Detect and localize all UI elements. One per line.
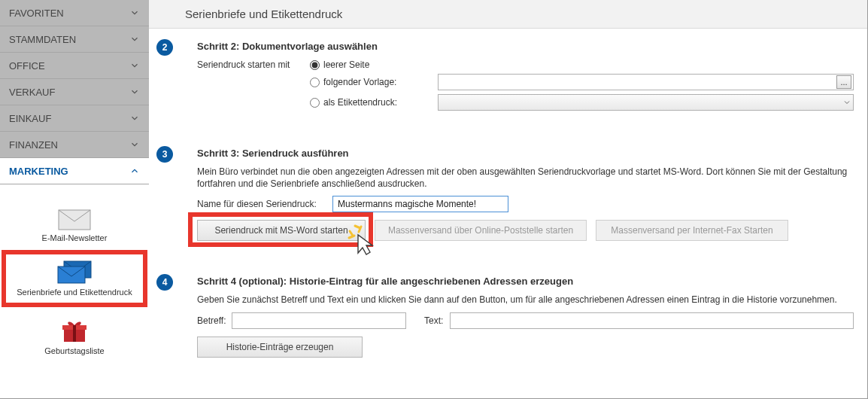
radio-labelprint-label: als Etikettendruck: — [323, 97, 397, 108]
sidebar-group-office[interactable]: OFFICE — [0, 53, 149, 79]
seriendruck-name-input[interactable] — [332, 196, 508, 212]
sidebar-group-marketing[interactable]: MARKETING — [0, 158, 149, 184]
sidebar-group-label: STAMMDATEN — [9, 34, 76, 45]
app-root: FAVORITEN STAMMDATEN OFFICE VERKAUF EINK… — [0, 0, 868, 399]
radio-blank-page-label: leerer Seite — [323, 59, 369, 70]
sidebar-marketing-panel: E-Mail-Newsletter Serienbriefe und Etike… — [0, 184, 149, 398]
radio-template-label: folgender Vorlage: — [323, 77, 396, 87]
sidebar: FAVORITEN STAMMDATEN OFFICE VERKAUF EINK… — [0, 0, 149, 398]
sidebar-group-verkauf[interactable]: VERKAUF — [0, 79, 149, 105]
step-2-lead-label: Seriendruck starten mit — [197, 59, 310, 70]
sidebar-group-label: MARKETING — [9, 166, 68, 177]
betreff-label: Betreff: — [197, 315, 232, 326]
text-input[interactable] — [450, 312, 854, 329]
step-3: 3 Schritt 3: Seriendruck ausführen Mein … — [171, 136, 867, 248]
step-badge-2: 2 — [156, 39, 173, 56]
radio-blank-page[interactable]: leerer Seite — [310, 59, 369, 70]
sidebar-group-einkauf[interactable]: EINKAUF — [0, 105, 149, 132]
svg-rect-5 — [73, 325, 76, 342]
step-4: 4 Schritt 4 (optional): Historie-Eintrag… — [171, 263, 867, 365]
text-label: Text: — [424, 315, 450, 326]
sidebar-group-label: FINANZEN — [9, 139, 58, 151]
step-2: 2 Schritt 2: Dokumentvorlage auswählen S… — [171, 29, 867, 122]
start-online-poststelle-button[interactable]: Massenversand über Online-Poststelle sta… — [375, 220, 587, 241]
tile-serienbriefe[interactable]: Serienbriefe und Etikettendruck — [0, 254, 149, 303]
tile-email-newsletter[interactable]: E-Mail-Newsletter — [0, 203, 149, 248]
step-3-button-row: Seriendruck mit MS-Word starten Massenve — [197, 220, 854, 241]
chevron-up-icon — [129, 166, 140, 176]
tile-label: Geburtstagsliste — [44, 346, 104, 355]
browse-button[interactable]: ... — [836, 75, 851, 89]
tile-label: Serienbriefe und Etikettendruck — [14, 288, 135, 297]
step-badge-4: 4 — [156, 274, 173, 291]
sidebar-group-label: OFFICE — [9, 60, 45, 72]
chevron-down-icon — [129, 60, 140, 71]
chevron-down-icon — [129, 34, 140, 44]
step-4-title: Schritt 4 (optional): Historie-Eintrag f… — [197, 276, 854, 287]
chevron-down-icon — [129, 113, 140, 123]
step-3-title: Schritt 3: Seriendruck ausführen — [197, 148, 854, 159]
radio-labelprint-input[interactable] — [310, 98, 320, 108]
radio-template[interactable]: folgender Vorlage: — [310, 77, 396, 87]
main-body: 2 Schritt 2: Dokumentvorlage auswählen S… — [149, 29, 867, 398]
sidebar-group-label: FAVORITEN — [9, 8, 64, 19]
tile-label: E-Mail-Newsletter — [42, 233, 108, 242]
chevron-down-icon — [129, 8, 140, 18]
sidebar-group-stammdaten[interactable]: STAMMDATEN — [0, 26, 149, 53]
step-4-desc: Geben Sie zunächst Betreff und Text ein … — [197, 294, 854, 306]
envelope-icon — [58, 209, 91, 230]
radio-template-input[interactable] — [310, 78, 320, 87]
betreff-input[interactable] — [232, 312, 406, 329]
chevron-down-icon — [129, 87, 140, 97]
sidebar-group-finanzen[interactable]: FINANZEN — [0, 132, 149, 158]
step-2-title: Schritt 2: Dokumentvorlage auswählen — [197, 41, 854, 52]
gift-icon — [62, 319, 87, 343]
radio-blank-page-input[interactable] — [310, 60, 320, 70]
template-path-field[interactable]: ... — [438, 74, 854, 90]
labelprint-combo[interactable] — [438, 94, 854, 111]
tile-geburtstagsliste[interactable]: Geburtstagsliste — [0, 313, 149, 361]
main-panel: Serienbriefe und Etikettendruck 2 Schrit… — [149, 0, 867, 398]
sidebar-group-favoriten[interactable]: FAVORITEN — [0, 0, 149, 26]
chevron-down-icon — [129, 139, 140, 150]
page-title: Serienbriefe und Etikettendruck — [149, 0, 867, 29]
step-3-desc: Mein Büro verbindet nun die oben angezei… — [197, 166, 854, 190]
step-3-name-label: Name für diesen Seriendruck: — [197, 199, 332, 209]
chevron-down-icon — [842, 98, 851, 107]
step-badge-3: 3 — [156, 146, 173, 163]
radio-labelprint[interactable]: als Etikettendruck: — [310, 97, 397, 108]
start-msword-button[interactable]: Seriendruck mit MS-Word starten — [197, 220, 366, 241]
sidebar-group-label: VERKAUF — [9, 87, 55, 98]
start-internet-fax-button[interactable]: Massenversand per Internet-Fax Starten — [596, 220, 788, 241]
create-history-entries-button[interactable]: Historie-Einträge erzeugen — [197, 337, 363, 358]
envelopes-icon — [56, 260, 93, 285]
sidebar-group-label: EINKAUF — [9, 113, 51, 124]
